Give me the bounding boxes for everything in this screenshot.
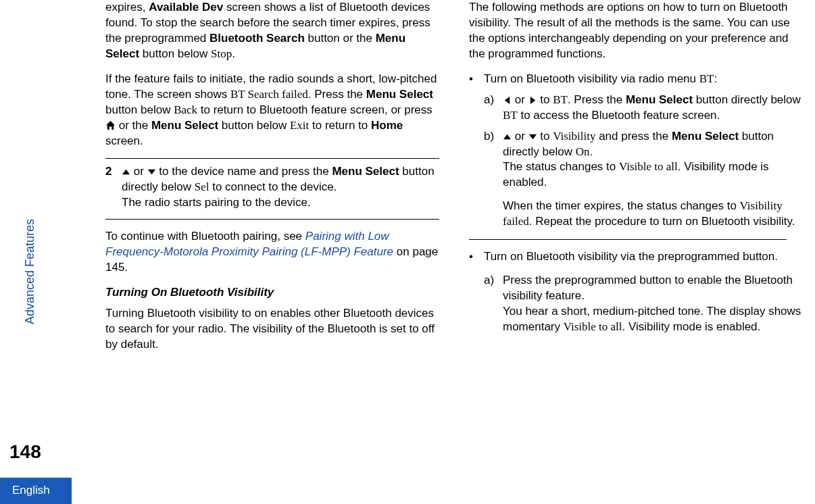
ui-label: Exit bbox=[290, 119, 309, 132]
step-2: 2 or to the device name and press the Me… bbox=[105, 158, 439, 211]
substep-body: or to BT. Press the Menu Select button d… bbox=[503, 93, 803, 124]
text: . Visibility mode is enabled. bbox=[622, 320, 761, 333]
text: or bbox=[130, 165, 147, 178]
text-bold: Bluetooth Search bbox=[209, 32, 305, 45]
bullet-dot: • bbox=[469, 249, 484, 335]
home-icon bbox=[105, 120, 116, 130]
text: The status changes to bbox=[503, 160, 619, 173]
text: or bbox=[512, 130, 528, 143]
subheading: Turning On Bluetooth Visibility bbox=[105, 285, 439, 301]
text: . Press the bbox=[308, 88, 366, 101]
ui-label: Visibility bbox=[553, 130, 595, 143]
text: Press the preprogrammed button to enable… bbox=[503, 273, 803, 304]
paragraph: Turning Bluetooth visibility to on enabl… bbox=[105, 306, 439, 353]
ui-label: Sel bbox=[195, 180, 209, 193]
up-arrow-icon bbox=[122, 168, 130, 176]
rule bbox=[105, 219, 439, 220]
step-number: 2 bbox=[105, 164, 122, 180]
rule bbox=[469, 239, 787, 240]
paragraph: To continue with Bluetooth pairing, see … bbox=[105, 229, 439, 276]
ui-label: Back bbox=[174, 103, 197, 116]
text: button below bbox=[139, 47, 211, 60]
text: expires, bbox=[105, 1, 149, 14]
ui-label: BT bbox=[553, 93, 568, 106]
text: To continue with Bluetooth pairing, see bbox=[105, 230, 305, 243]
text: . Repeat the procedure to turn on Blueto… bbox=[529, 215, 795, 228]
text: . Press the bbox=[568, 93, 626, 106]
left-arrow-icon bbox=[503, 96, 512, 105]
paragraph: The following methods are options on how… bbox=[469, 0, 803, 62]
bullet-body: Turn on Bluetooth visibility via radio m… bbox=[484, 72, 803, 230]
text-bold: Menu Select bbox=[151, 119, 218, 132]
ui-label: BT bbox=[699, 72, 714, 85]
ui-label: BT bbox=[503, 109, 518, 122]
text: and press the bbox=[595, 130, 671, 143]
text-bold: Available Dev bbox=[149, 1, 223, 14]
text: to the device name and press the bbox=[156, 165, 332, 178]
column-left: expires, Available Dev screen shows a li… bbox=[105, 0, 439, 504]
text-bold: Menu Select bbox=[332, 165, 399, 178]
text: screen. bbox=[105, 134, 143, 147]
substep-body: Press the preprogrammed button to enable… bbox=[503, 273, 803, 335]
section-label: Advanced Features bbox=[22, 219, 38, 324]
text: button directly below bbox=[693, 93, 801, 106]
column-right: The following methods are options on how… bbox=[469, 0, 803, 504]
substep-a: a) or to BT. Press the Menu Select butto… bbox=[484, 93, 803, 124]
left-rail: Advanced Features 148 English bbox=[0, 0, 105, 504]
bullet-body: Turn on Bluetooth visibility via the pre… bbox=[484, 249, 803, 335]
text-bold: Home bbox=[371, 119, 403, 132]
text: button or the bbox=[305, 32, 376, 45]
up-arrow-icon bbox=[503, 132, 512, 141]
substep-label: a) bbox=[484, 273, 503, 335]
text: . bbox=[232, 47, 235, 60]
text: Turn on Bluetooth visibility via radio m… bbox=[484, 72, 699, 85]
text: button below bbox=[105, 103, 174, 116]
text: to connect to the device. bbox=[209, 180, 337, 193]
text: or bbox=[512, 93, 528, 106]
text: to bbox=[537, 130, 553, 143]
content-area: expires, Available Dev screen shows a li… bbox=[105, 0, 815, 504]
page-root: Advanced Features 148 English expires, A… bbox=[0, 0, 815, 504]
substep-body: or to Visibility and press the Menu Sele… bbox=[503, 129, 803, 230]
substep-label: a) bbox=[484, 93, 503, 124]
text-bold: Menu Select bbox=[366, 88, 433, 101]
ui-label: On bbox=[576, 145, 590, 158]
text-bold: Menu Select bbox=[672, 130, 739, 143]
text: or the bbox=[116, 119, 151, 132]
text: The radio starts pairing to the device. bbox=[122, 195, 439, 211]
text: to access the Bluetooth feature screen. bbox=[518, 109, 720, 122]
step-body: or to the device name and press the Menu… bbox=[122, 164, 439, 211]
bullet-dot: • bbox=[469, 72, 484, 230]
right-arrow-icon bbox=[528, 96, 537, 105]
ui-label: Visible to all bbox=[564, 320, 622, 333]
language-tab: English bbox=[0, 478, 72, 504]
substep-a: a) Press the preprogrammed button to ena… bbox=[484, 273, 803, 335]
text: Turn on Bluetooth visibility via the pre… bbox=[484, 249, 803, 265]
substep-b: b) or to Visibility and press the Menu S… bbox=[484, 129, 803, 230]
paragraph: If the feature fails to initiate, the ra… bbox=[105, 72, 439, 149]
ui-label: BT Search failed bbox=[230, 88, 308, 101]
down-arrow-icon bbox=[147, 168, 156, 176]
text-bold: Menu Select bbox=[626, 93, 693, 106]
page-number: 148 bbox=[9, 439, 41, 465]
text: . bbox=[590, 145, 593, 158]
text: button below bbox=[218, 119, 290, 132]
ui-label: Visible to all bbox=[619, 160, 678, 173]
paragraph: expires, Available Dev screen shows a li… bbox=[105, 0, 439, 62]
ui-label: Stop bbox=[211, 47, 232, 60]
text: to return to bbox=[309, 119, 371, 132]
substep-label: b) bbox=[484, 129, 503, 230]
bullet-item: • Turn on Bluetooth visibility via the p… bbox=[469, 249, 803, 335]
text: to return to Bluetooth feature screen, o… bbox=[197, 103, 433, 116]
text: When the timer expires, the status chang… bbox=[503, 199, 740, 212]
text: to bbox=[537, 93, 553, 106]
bullet-item: • Turn on Bluetooth visibility via radio… bbox=[469, 72, 803, 230]
text: : bbox=[714, 72, 717, 85]
down-arrow-icon bbox=[528, 132, 537, 141]
